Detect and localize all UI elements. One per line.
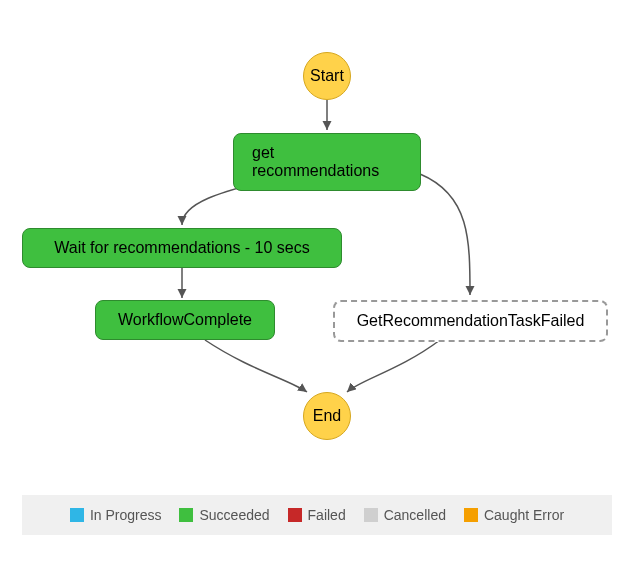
legend-item-failed: Failed <box>288 507 346 523</box>
legend-label-in-progress: In Progress <box>90 507 162 523</box>
start-node: Start <box>303 52 351 100</box>
legend: In Progress Succeeded Failed Cancelled C… <box>22 495 612 535</box>
workflow-complete-label: WorkflowComplete <box>118 311 252 329</box>
swatch-failed <box>288 508 302 522</box>
legend-label-succeeded: Succeeded <box>199 507 269 523</box>
end-label: End <box>313 407 341 425</box>
swatch-caught-error <box>464 508 478 522</box>
legend-label-cancelled: Cancelled <box>384 507 446 523</box>
task-failed-label: GetRecommendationTaskFailed <box>357 312 585 330</box>
get-recommendations-label: get recommendations <box>252 144 402 180</box>
legend-label-failed: Failed <box>308 507 346 523</box>
get-recommendations-node: get recommendations <box>233 133 421 191</box>
swatch-cancelled <box>364 508 378 522</box>
flow-diagram: Start get recommendations Wait for recom… <box>0 0 633 563</box>
task-failed-node: GetRecommendationTaskFailed <box>333 300 608 342</box>
legend-item-caught-error: Caught Error <box>464 507 564 523</box>
legend-item-succeeded: Succeeded <box>179 507 269 523</box>
legend-item-cancelled: Cancelled <box>364 507 446 523</box>
start-label: Start <box>310 67 344 85</box>
legend-item-in-progress: In Progress <box>70 507 162 523</box>
wait-label: Wait for recommendations - 10 secs <box>54 239 310 257</box>
end-node: End <box>303 392 351 440</box>
wait-node: Wait for recommendations - 10 secs <box>22 228 342 268</box>
swatch-in-progress <box>70 508 84 522</box>
workflow-complete-node: WorkflowComplete <box>95 300 275 340</box>
swatch-succeeded <box>179 508 193 522</box>
legend-label-caught-error: Caught Error <box>484 507 564 523</box>
